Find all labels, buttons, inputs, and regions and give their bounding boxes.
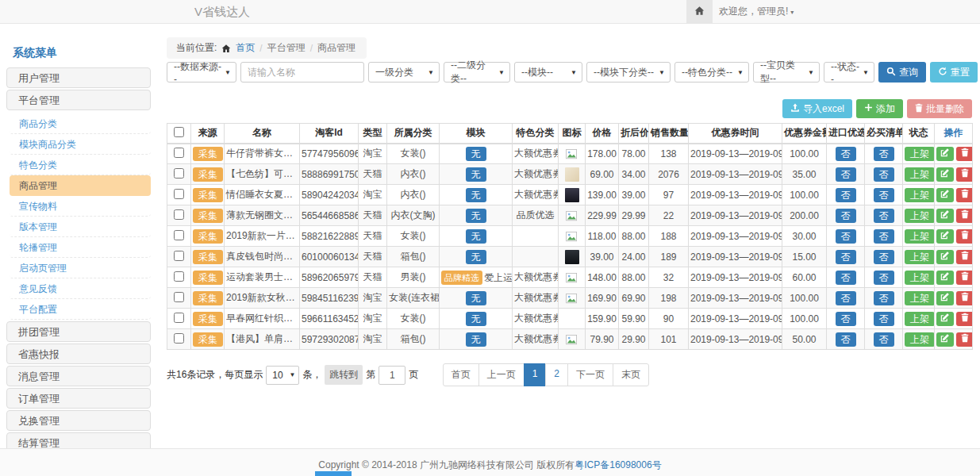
- row-checkbox[interactable]: [174, 230, 184, 240]
- status-button[interactable]: 上架: [905, 271, 935, 285]
- jump-page-input[interactable]: [379, 366, 405, 385]
- edit-button[interactable]: [936, 271, 954, 285]
- filter-select-level1-category[interactable]: 一级分类▼: [368, 62, 440, 83]
- imported-toggle-button[interactable]: 否: [836, 188, 856, 202]
- imported-toggle-button[interactable]: 否: [836, 271, 856, 285]
- filter-select-module[interactable]: --模块--▼: [514, 62, 582, 83]
- sidebar-item-feature-category[interactable]: 特色分类: [10, 155, 151, 175]
- module-none-badge[interactable]: 无: [466, 209, 486, 223]
- edit-button[interactable]: [936, 312, 954, 326]
- must-buy-toggle-button[interactable]: 否: [874, 188, 894, 202]
- batch-delete-button[interactable]: 批量删除: [907, 99, 972, 118]
- delete-button[interactable]: [956, 312, 973, 326]
- sidebar-item-platform-config[interactable]: 平台配置: [10, 299, 151, 320]
- row-checkbox[interactable]: [174, 148, 184, 158]
- imported-toggle-button[interactable]: 否: [836, 291, 856, 305]
- module-none-badge[interactable]: 无: [466, 250, 486, 264]
- sidebar-item-promo-material[interactable]: 宣传物料: [10, 196, 151, 217]
- sidebar-item-users[interactable]: 用户管理: [6, 67, 151, 88]
- delete-button[interactable]: [956, 167, 973, 182]
- status-button[interactable]: 上架: [905, 291, 935, 305]
- must-buy-toggle-button[interactable]: 否: [874, 147, 894, 161]
- status-button[interactable]: 上架: [905, 209, 935, 223]
- module-none-badge[interactable]: 无: [466, 188, 486, 202]
- status-button[interactable]: 上架: [905, 167, 935, 182]
- module-none-badge[interactable]: 无: [466, 291, 486, 305]
- must-buy-toggle-button[interactable]: 否: [874, 167, 894, 182]
- sidebar-item-platform[interactable]: 平台管理: [6, 90, 151, 110]
- pager-nav-末页[interactable]: 末页: [613, 363, 649, 386]
- row-checkbox[interactable]: [174, 189, 184, 199]
- edit-button[interactable]: [936, 188, 954, 202]
- must-buy-toggle-button[interactable]: 否: [874, 271, 894, 285]
- filter-select-item-type[interactable]: --宝贝类型--▼: [753, 62, 820, 83]
- row-checkbox[interactable]: [174, 333, 184, 344]
- filter-select-module-subcategory[interactable]: --模块下分类--▼: [586, 62, 671, 83]
- row-checkbox[interactable]: [174, 209, 184, 220]
- pager-current-page[interactable]: 1: [524, 363, 547, 386]
- imported-toggle-button[interactable]: 否: [836, 312, 856, 326]
- jump-button[interactable]: 跳转到: [325, 365, 363, 385]
- must-buy-toggle-button[interactable]: 否: [874, 312, 894, 326]
- imported-toggle-button[interactable]: 否: [836, 167, 856, 182]
- sidebar-item-carousel-mgmt[interactable]: 轮播管理: [10, 237, 151, 258]
- sidebar-item-savings-news[interactable]: 省惠快报: [6, 344, 151, 364]
- imported-toggle-button[interactable]: 否: [836, 209, 856, 223]
- filter-select-status[interactable]: --状态--▼: [824, 62, 874, 83]
- status-button[interactable]: 上架: [905, 188, 935, 202]
- edit-button[interactable]: [936, 250, 954, 264]
- query-button[interactable]: 查询: [878, 62, 926, 83]
- breadcrumb-home-link[interactable]: 首页: [236, 41, 255, 55]
- name-search-input[interactable]: [240, 62, 364, 83]
- status-button[interactable]: 上架: [905, 250, 935, 264]
- delete-button[interactable]: [956, 250, 973, 264]
- icp-link[interactable]: 粤ICP备16098006号: [575, 459, 661, 470]
- status-button[interactable]: 上架: [905, 229, 935, 244]
- import-excel-button[interactable]: 导入excel: [782, 99, 852, 118]
- home-button[interactable]: [686, 0, 713, 23]
- row-checkbox[interactable]: [174, 168, 184, 178]
- edit-button[interactable]: [936, 209, 954, 223]
- must-buy-toggle-button[interactable]: 否: [874, 250, 894, 264]
- must-buy-toggle-button[interactable]: 否: [874, 291, 894, 305]
- imported-toggle-button[interactable]: 否: [836, 229, 856, 244]
- module-none-badge[interactable]: 无: [466, 332, 486, 347]
- delete-button[interactable]: [956, 332, 973, 347]
- module-none-badge[interactable]: 无: [466, 167, 486, 182]
- status-button[interactable]: 上架: [905, 147, 935, 161]
- pager-page-2[interactable]: 2: [545, 363, 568, 386]
- sidebar-item-goods-mgmt[interactable]: 商品管理: [10, 175, 151, 196]
- must-buy-toggle-button[interactable]: 否: [874, 209, 894, 223]
- pager-nav-首页[interactable]: 首页: [443, 363, 479, 386]
- sidebar-item-settlement[interactable]: 结算管理: [6, 432, 151, 448]
- delete-button[interactable]: [956, 271, 973, 285]
- filter-select-level2-category[interactable]: --二级分类--▼: [444, 62, 510, 83]
- imported-toggle-button[interactable]: 否: [836, 250, 856, 264]
- edit-button[interactable]: [936, 332, 954, 347]
- sidebar-item-version-mgmt[interactable]: 版本管理: [10, 217, 151, 237]
- imported-toggle-button[interactable]: 否: [836, 332, 856, 347]
- user-menu[interactable]: 欢迎您，管理员!▾: [719, 0, 794, 24]
- sidebar-item-orders[interactable]: 订单管理: [6, 388, 151, 409]
- sidebar-item-feedback[interactable]: 意见反馈: [10, 278, 151, 299]
- edit-button[interactable]: [936, 147, 954, 161]
- sidebar-item-module-goods-category[interactable]: 模块商品分类: [10, 134, 151, 155]
- delete-button[interactable]: [956, 147, 973, 161]
- must-buy-toggle-button[interactable]: 否: [874, 229, 894, 244]
- add-button[interactable]: 添加: [856, 99, 903, 118]
- delete-button[interactable]: [956, 229, 973, 244]
- sidebar-item-group-buy[interactable]: 拼团管理: [6, 321, 151, 342]
- must-buy-toggle-button[interactable]: 否: [874, 332, 894, 347]
- breadcrumb-item[interactable]: 平台管理: [267, 41, 306, 55]
- sidebar-item-goods-category[interactable]: 商品分类: [10, 113, 151, 134]
- module-brand-badge[interactable]: 品牌精选: [441, 271, 482, 285]
- per-page-select[interactable]: 10▼: [266, 366, 299, 385]
- status-button[interactable]: 上架: [905, 312, 935, 326]
- row-checkbox[interactable]: [174, 271, 184, 282]
- row-checkbox[interactable]: [174, 292, 184, 302]
- imported-toggle-button[interactable]: 否: [836, 147, 856, 161]
- status-button[interactable]: 上架: [905, 332, 935, 347]
- edit-button[interactable]: [936, 291, 954, 305]
- pager-nav-下一页[interactable]: 下一页: [567, 363, 613, 386]
- delete-button[interactable]: [956, 291, 973, 305]
